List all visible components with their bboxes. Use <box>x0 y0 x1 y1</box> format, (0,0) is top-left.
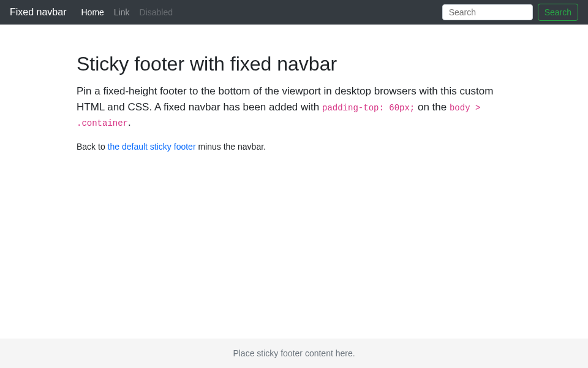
search-form: Search <box>442 4 578 21</box>
navbar-nav: Home Link Disabled <box>77 5 442 20</box>
search-input[interactable] <box>442 4 533 20</box>
back-paragraph: Back to the default sticky footer minus … <box>77 140 511 153</box>
back-text-2: minus the navbar. <box>196 142 266 151</box>
page-title: Sticky footer with fixed navbar <box>77 49 511 79</box>
back-link[interactable]: the default sticky footer <box>108 142 196 151</box>
nav-link-link[interactable]: Link <box>109 2 135 22</box>
footer-text: Place sticky footer content here. <box>233 348 355 358</box>
lead-paragraph: Pin a fixed-height footer to the bottom … <box>77 83 511 131</box>
back-text-1: Back to <box>77 142 108 151</box>
nav-link-disabled: Disabled <box>135 2 178 22</box>
search-button[interactable]: Search <box>538 4 578 21</box>
nav-link-home[interactable]: Home <box>77 2 109 22</box>
footer: Place sticky footer content here. <box>0 339 588 368</box>
lead-text-3: . <box>128 117 131 128</box>
code-padding: padding-top: 60px; <box>322 103 415 113</box>
main-content: Sticky footer with fixed navbar Pin a fi… <box>0 0 588 339</box>
navbar-brand[interactable]: Fixed navbar <box>10 5 67 20</box>
navbar: Fixed navbar Home Link Disabled Search <box>0 0 588 25</box>
lead-text-2: on the <box>415 101 450 113</box>
